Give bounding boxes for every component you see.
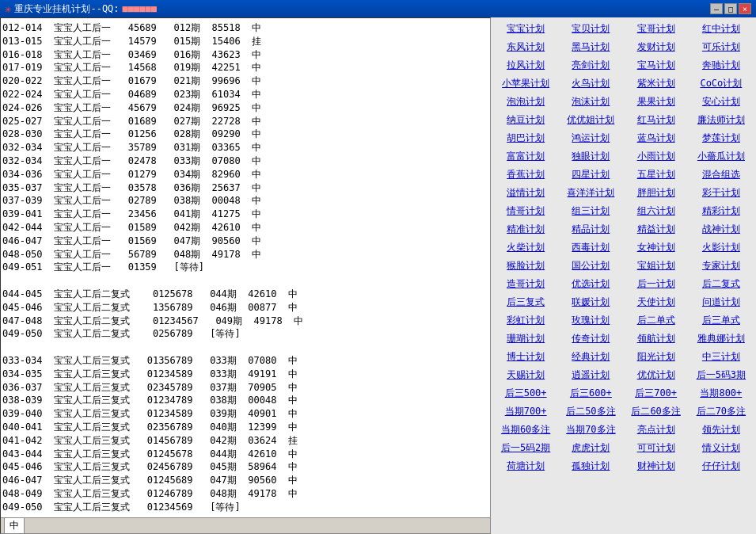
- link-item[interactable]: 可乐计划: [690, 39, 753, 55]
- link-item[interactable]: 传奇计划: [559, 330, 622, 347]
- link-item[interactable]: 中三计划: [690, 349, 753, 365]
- text-area[interactable]: 012-014 宝宝人工后一 45689 012期 85518 中 013-01…: [1, 18, 490, 517]
- link-item[interactable]: 国公计划: [559, 257, 622, 274]
- link-item[interactable]: 火影计划: [690, 239, 753, 256]
- link-item[interactable]: 四星计划: [559, 166, 622, 183]
- link-item[interactable]: CoCo计划: [690, 75, 753, 92]
- link-item[interactable]: 后二50多注: [559, 403, 622, 420]
- link-item[interactable]: 彩虹计划: [494, 312, 557, 329]
- link-item[interactable]: 西毒计划: [559, 239, 622, 256]
- link-item[interactable]: 当期60多注: [494, 421, 557, 438]
- link-item[interactable]: 精彩计划: [690, 203, 753, 219]
- link-item[interactable]: 果果计划: [625, 93, 688, 110]
- link-item[interactable]: 后三单式: [690, 312, 753, 329]
- link-item[interactable]: 红马计划: [625, 112, 688, 128]
- link-item[interactable]: 联媛计划: [559, 294, 622, 311]
- link-item[interactable]: 财神计划: [625, 458, 688, 475]
- link-item[interactable]: 五星计划: [625, 166, 688, 183]
- link-item[interactable]: 后二70多注: [690, 403, 753, 420]
- link-item[interactable]: 亮剑计划: [559, 57, 622, 74]
- link-item[interactable]: 胖胆计划: [625, 185, 688, 201]
- link-item[interactable]: 宝贝计划: [559, 21, 622, 37]
- link-item[interactable]: 富富计划: [494, 148, 557, 165]
- link-item[interactable]: 后三600+: [559, 385, 622, 402]
- link-item[interactable]: 后三700+: [625, 385, 688, 402]
- link-item[interactable]: 宝姐计划: [625, 257, 688, 274]
- link-item[interactable]: 组六计划: [625, 203, 688, 219]
- link-item[interactable]: 后三复式: [494, 294, 557, 311]
- link-item[interactable]: 后二单式: [625, 312, 688, 329]
- link-item[interactable]: 精准计划: [494, 221, 557, 238]
- link-item[interactable]: 蓝鸟计划: [625, 130, 688, 147]
- link-item[interactable]: 独眼计划: [559, 148, 622, 165]
- link-item[interactable]: 领航计划: [625, 330, 688, 347]
- link-item[interactable]: 问道计划: [690, 294, 753, 311]
- link-item[interactable]: 精品计划: [559, 221, 622, 238]
- link-item[interactable]: 优选计划: [559, 276, 622, 292]
- link-item[interactable]: 发财计划: [625, 39, 688, 55]
- link-item[interactable]: 后二60多注: [625, 403, 688, 420]
- link-item[interactable]: 逍遥计划: [559, 367, 622, 383]
- link-item[interactable]: 梦莲计划: [690, 130, 753, 147]
- link-item[interactable]: 猴脸计划: [494, 257, 557, 274]
- link-item[interactable]: 奔驰计划: [690, 57, 753, 74]
- link-item[interactable]: 珊瑚计划: [494, 330, 557, 347]
- link-item[interactable]: 混合组选: [690, 166, 753, 183]
- link-item[interactable]: 天赐计划: [494, 367, 557, 383]
- link-item[interactable]: 当期700+: [494, 403, 557, 420]
- link-item[interactable]: 经典计划: [559, 349, 622, 365]
- link-item[interactable]: 优优计划: [625, 367, 688, 383]
- link-item[interactable]: 拉风计划: [494, 57, 557, 74]
- link-item[interactable]: 廉法师计划: [690, 112, 753, 128]
- link-item[interactable]: 可可计划: [625, 440, 688, 456]
- link-item[interactable]: 当期70多注: [559, 421, 622, 438]
- link-item[interactable]: 安心计划: [690, 93, 753, 110]
- link-item[interactable]: 当期800+: [690, 385, 753, 402]
- link-item[interactable]: 女神计划: [625, 239, 688, 256]
- link-item[interactable]: 宝马计划: [625, 57, 688, 74]
- link-item[interactable]: 宝哥计划: [625, 21, 688, 37]
- link-item[interactable]: 情义计划: [690, 440, 753, 456]
- link-item[interactable]: 后一5码3期: [690, 367, 753, 383]
- link-item[interactable]: 胡巴计划: [494, 130, 557, 147]
- link-item[interactable]: 香蕉计划: [494, 166, 557, 183]
- link-item[interactable]: 战神计划: [690, 221, 753, 238]
- link-item[interactable]: 仔仔计划: [690, 458, 753, 475]
- link-item[interactable]: 宝宝计划: [494, 21, 557, 37]
- link-item[interactable]: 天使计划: [625, 294, 688, 311]
- link-item[interactable]: 红中计划: [690, 21, 753, 37]
- link-item[interactable]: 纳豆计划: [494, 112, 557, 128]
- close-button[interactable]: ×: [739, 3, 751, 14]
- restore-button[interactable]: □: [724, 3, 737, 14]
- link-item[interactable]: 专家计划: [690, 257, 753, 274]
- link-item[interactable]: 亮点计划: [625, 421, 688, 438]
- link-item[interactable]: 后二复式: [690, 276, 753, 292]
- link-item[interactable]: 领先计划: [690, 421, 753, 438]
- link-item[interactable]: 精益计划: [625, 221, 688, 238]
- minimize-button[interactable]: —: [710, 3, 723, 14]
- link-item[interactable]: 彩干计划: [690, 185, 753, 201]
- link-item[interactable]: 情哥计划: [494, 203, 557, 219]
- link-item[interactable]: 溢情计划: [494, 185, 557, 201]
- link-item[interactable]: 喜洋洋计划: [559, 185, 622, 201]
- link-item[interactable]: 鸿运计划: [559, 130, 622, 147]
- link-item[interactable]: 东风计划: [494, 39, 557, 55]
- link-item[interactable]: 后一5码2期: [494, 440, 557, 456]
- link-item[interactable]: 黑马计划: [559, 39, 622, 55]
- link-item[interactable]: 小薔瓜计划: [690, 148, 753, 165]
- link-item[interactable]: 玫瑰计划: [559, 312, 622, 329]
- status-badge[interactable]: 中: [4, 517, 25, 534]
- link-item[interactable]: 后三500+: [494, 385, 557, 402]
- link-item[interactable]: 雅典娜计划: [690, 330, 753, 347]
- link-item[interactable]: 孤独计划: [559, 458, 622, 475]
- link-item[interactable]: 火鸟计划: [559, 75, 622, 92]
- link-item[interactable]: 紫米计划: [625, 75, 688, 92]
- link-item[interactable]: 荷塘计划: [494, 458, 557, 475]
- link-item[interactable]: 阳光计划: [625, 349, 688, 365]
- link-item[interactable]: 组三计划: [559, 203, 622, 219]
- link-item[interactable]: 造哥计划: [494, 276, 557, 292]
- link-item[interactable]: 泡沫计划: [559, 93, 622, 110]
- link-item[interactable]: 小雨计划: [625, 148, 688, 165]
- link-item[interactable]: 优优姐计划: [559, 112, 622, 128]
- link-item[interactable]: 小苹果计划: [494, 75, 557, 92]
